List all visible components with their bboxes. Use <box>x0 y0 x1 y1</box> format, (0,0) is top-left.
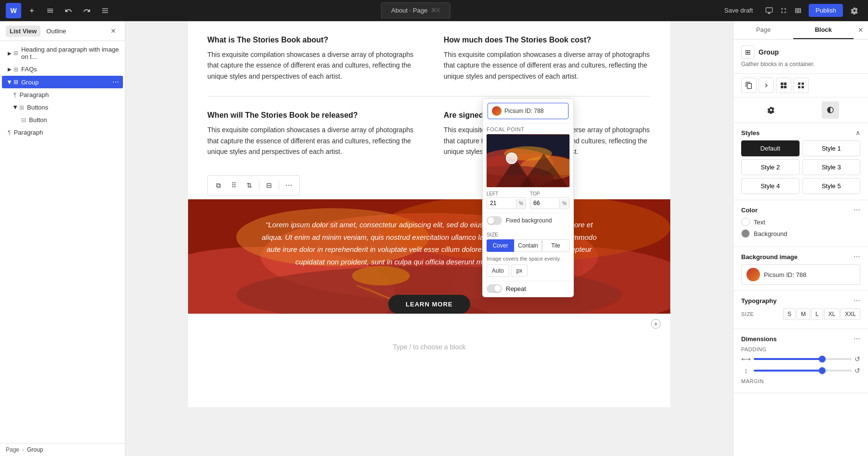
contain-button[interactable]: Contain <box>514 239 542 252</box>
more-options-button[interactable]: ⋯ <box>282 179 296 192</box>
tab-block[interactable]: Block <box>793 21 853 39</box>
typography-section: Typography ⋯ SIZE S M L XL XXL <box>733 291 868 329</box>
tree-item-button[interactable]: ⊟ Button <box>2 114 123 126</box>
faq-item-2: How much does The Stories Book cost? Thi… <box>444 36 651 82</box>
color-more-button[interactable]: ⋯ <box>854 206 860 214</box>
padding-slider-track-v[interactable] <box>754 370 852 372</box>
auto-button[interactable]: Auto <box>487 264 509 277</box>
settings-panel-button[interactable] <box>791 4 805 17</box>
learn-more-button[interactable]: LEARN MORE <box>388 295 470 314</box>
tile-button[interactable]: Tile <box>542 239 570 252</box>
align-button[interactable]: ⊟ <box>262 179 276 192</box>
desktop-view-button[interactable] <box>762 4 776 17</box>
bg-color-swatch[interactable] <box>741 229 750 238</box>
toolbar-separator-2 <box>279 180 279 190</box>
styles-section: Styles ∧ Default Style 1 Style 2 Style 3… <box>733 123 868 200</box>
tree-item-group[interactable]: ▶ ⊞ Group ⋯ <box>2 76 123 88</box>
tree-item-paragraph[interactable]: ¶ Paragraph <box>2 89 123 101</box>
style-5[interactable]: Style 5 <box>802 178 861 194</box>
copy-styles-button[interactable] <box>741 78 757 93</box>
dimensions-more-button[interactable]: ⋯ <box>854 335 860 343</box>
style-3[interactable]: Style 3 <box>802 159 861 175</box>
slider-reset-h[interactable]: ↺ <box>854 355 860 363</box>
style-2[interactable]: Style 2 <box>741 159 800 175</box>
settings-button[interactable] <box>847 3 862 18</box>
breadcrumb-sep: › <box>22 446 24 453</box>
page-tab[interactable]: About · Page ⌘K <box>381 2 450 18</box>
size-buttons: Cover Contain Tile <box>483 239 573 256</box>
right-panel-close[interactable]: × <box>854 21 868 39</box>
size-xxl[interactable]: XXL <box>841 308 860 320</box>
sidebar-header: List View Outline × <box>0 21 125 41</box>
px-button[interactable]: px <box>511 264 528 277</box>
tree-item-more-button[interactable]: ⋯ <box>112 78 119 86</box>
style-default[interactable]: Default <box>741 140 800 156</box>
breadcrumb-page[interactable]: Page <box>6 446 19 453</box>
size-hint: Image covers the space evenly. <box>483 256 573 264</box>
focal-left-input[interactable] <box>487 198 516 208</box>
wp-logo[interactable]: W <box>6 3 21 18</box>
tab-outline[interactable]: Outline <box>42 26 70 37</box>
copy-button[interactable]: ⧉ <box>212 179 225 192</box>
fixed-bg-toggle[interactable] <box>487 216 502 225</box>
hero-block[interactable]: "Lorem ipsum dolor sit amet, consectetur… <box>188 199 670 314</box>
focal-image-preview[interactable] <box>487 134 570 187</box>
undo-button[interactable] <box>61 3 76 18</box>
block-icon-faqs: ⊞ <box>14 66 18 73</box>
contrast-button[interactable] <box>822 101 839 119</box>
focal-left-input-wrap: % <box>487 197 526 209</box>
list-view-button[interactable] <box>97 3 113 18</box>
add-block-plus[interactable]: + <box>651 319 661 329</box>
focal-point-dot[interactable] <box>506 152 517 164</box>
faq-item-3: When will The Stories Book be released? … <box>207 111 415 157</box>
canvas: What is The Stories Book about? This exq… <box>125 21 733 456</box>
margin-label: MARGIN <box>741 378 860 384</box>
bg-color-row: Background <box>741 229 860 238</box>
size-m[interactable]: M <box>797 308 810 320</box>
size-xl[interactable]: XL <box>824 308 840 320</box>
dimensions-title: Dimensions <box>741 335 777 343</box>
slider-reset-v[interactable]: ↺ <box>854 367 860 374</box>
text-color-swatch[interactable] <box>741 218 750 226</box>
move-arrows-button[interactable]: ⇅ <box>243 179 256 192</box>
tools-button[interactable] <box>42 3 58 18</box>
repeat-toggle[interactable] <box>487 284 502 293</box>
focal-top-input[interactable] <box>530 198 559 208</box>
redo-button[interactable] <box>79 3 95 18</box>
dimensions-section: Dimensions ⋯ PADDING ⟷ ↺ ↕ ↺ <box>733 329 868 393</box>
gear-settings-button[interactable] <box>762 101 780 119</box>
tree-item-paragraph-top[interactable]: ¶ Paragraph <box>2 126 123 138</box>
style-4[interactable]: Style 4 <box>741 178 800 194</box>
type-block[interactable]: Type / to choose a block <box>188 333 670 360</box>
focal-image-selector[interactable]: Picsum ID: 788 <box>488 103 569 119</box>
typography-title: Typography <box>741 297 776 304</box>
styles-collapse-button[interactable]: ∧ <box>855 129 860 137</box>
drag-handle[interactable]: ⠿ <box>227 179 241 192</box>
tree-item-faqs[interactable]: ▶ ⊞ FAQs <box>2 63 123 75</box>
breadcrumb-group[interactable]: Group <box>27 446 43 453</box>
bg-image-row[interactable]: Picsum ID: 788 <box>741 264 860 285</box>
layout-button[interactable] <box>776 78 791 93</box>
tree-item-buttons[interactable]: ▶ ⊞ Buttons <box>2 101 123 113</box>
size-l[interactable]: L <box>811 308 823 320</box>
focal-image-name: Picsum ID: 788 <box>504 108 543 114</box>
cover-button[interactable]: Cover <box>487 239 514 252</box>
publish-button[interactable]: Publish <box>809 4 843 17</box>
tree-item-heading[interactable]: ▶ ⊞ Heading and paragraph with image on … <box>2 43 123 63</box>
tab-page[interactable]: Page <box>733 21 793 39</box>
padding-slider-track-h[interactable] <box>754 358 852 360</box>
grid-button[interactable] <box>793 78 809 93</box>
tab-list-view[interactable]: List View <box>6 26 41 37</box>
typography-more-button[interactable]: ⋯ <box>854 297 860 304</box>
add-block-button[interactable] <box>24 3 40 18</box>
size-s[interactable]: S <box>783 308 796 320</box>
slider-icon-v: ↕ <box>741 367 751 374</box>
style-1[interactable]: Style 1 <box>802 140 861 156</box>
sidebar-close-button[interactable]: × <box>108 25 119 37</box>
bg-image-name: Picsum ID: 788 <box>764 271 806 278</box>
bg-image-more-button[interactable]: ⋯ <box>854 253 860 261</box>
transform-button[interactable] <box>759 78 774 93</box>
save-draft-button[interactable]: Save draft <box>719 4 759 17</box>
fullscreen-button[interactable] <box>777 4 790 17</box>
block-icon-para: ¶ <box>14 92 16 98</box>
